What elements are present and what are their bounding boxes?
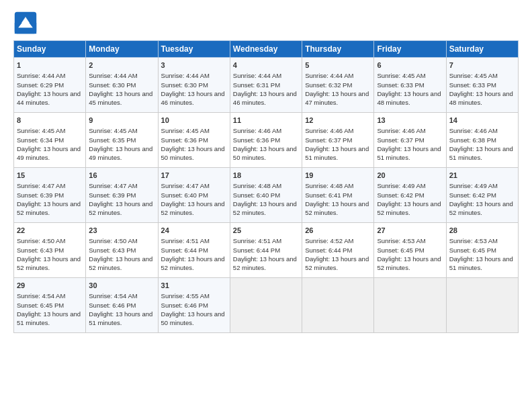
col-header-saturday: Saturday (446, 41, 518, 58)
day-number: 7 (449, 60, 515, 71)
calendar-cell: 8Sunrise: 4:45 AMSunset: 6:34 PMDaylight… (14, 113, 86, 168)
daylight: Daylight: 13 hours and 50 minutes. (233, 145, 297, 161)
daylight: Daylight: 13 hours and 51 minutes. (449, 255, 513, 271)
sunset: Sunset: 6:37 PM (305, 136, 352, 144)
daylight: Daylight: 13 hours and 52 minutes. (377, 255, 441, 271)
calendar-cell: 6Sunrise: 4:45 AMSunset: 6:33 PMDaylight… (374, 58, 446, 113)
day-number: 17 (161, 171, 227, 181)
week-row-1: 1Sunrise: 4:44 AMSunset: 6:29 PMDaylight… (14, 58, 519, 113)
calendar-cell: 29Sunrise: 4:54 AMSunset: 6:45 PMDayligh… (14, 278, 86, 333)
sunrise: Sunrise: 4:46 AM (449, 127, 498, 134)
calendar-cell: 5Sunrise: 4:44 AMSunset: 6:32 PMDaylight… (302, 58, 374, 113)
daylight: Daylight: 13 hours and 51 minutes. (377, 145, 441, 161)
sunrise: Sunrise: 4:47 AM (89, 182, 137, 189)
sunrise: Sunrise: 4:44 AM (17, 72, 65, 79)
sunset: Sunset: 6:39 PM (17, 191, 64, 199)
sunset: Sunset: 6:46 PM (161, 302, 208, 309)
sunset: Sunset: 6:29 PM (17, 81, 64, 89)
sunset: Sunset: 6:30 PM (89, 81, 136, 89)
calendar-cell (446, 278, 518, 333)
daylight: Daylight: 13 hours and 45 minutes. (89, 90, 152, 106)
calendar-cell: 25Sunrise: 4:51 AMSunset: 6:44 PMDayligh… (230, 223, 302, 278)
sunset: Sunset: 6:43 PM (89, 246, 136, 254)
day-number: 26 (305, 226, 371, 236)
sunset: Sunset: 6:37 PM (377, 136, 424, 144)
sunrise: Sunrise: 4:53 AM (449, 237, 498, 244)
calendar-cell: 13Sunrise: 4:46 AMSunset: 6:37 PMDayligh… (374, 113, 446, 168)
sunset: Sunset: 6:33 PM (449, 81, 496, 89)
sunset: Sunset: 6:46 PM (89, 302, 136, 309)
day-number: 21 (449, 171, 515, 181)
calendar-cell: 16Sunrise: 4:47 AMSunset: 6:39 PMDayligh… (86, 168, 158, 223)
day-number: 31 (161, 281, 227, 291)
calendar-cell: 21Sunrise: 4:49 AMSunset: 6:42 PMDayligh… (446, 168, 518, 223)
day-number: 23 (89, 226, 154, 236)
sunset: Sunset: 6:38 PM (449, 136, 496, 144)
sunset: Sunset: 6:42 PM (377, 191, 424, 199)
sunset: Sunset: 6:30 PM (161, 81, 208, 89)
sunrise: Sunrise: 4:51 AM (161, 237, 210, 244)
daylight: Daylight: 13 hours and 52 minutes. (377, 200, 441, 216)
day-number: 6 (377, 60, 443, 71)
sunset: Sunset: 6:44 PM (305, 246, 352, 254)
sunset: Sunset: 6:39 PM (89, 191, 136, 199)
sunrise: Sunrise: 4:50 AM (17, 237, 65, 244)
day-number: 19 (305, 171, 371, 181)
daylight: Daylight: 13 hours and 52 minutes. (233, 255, 297, 271)
sunrise: Sunrise: 4:45 AM (449, 72, 498, 79)
daylight: Daylight: 13 hours and 52 minutes. (233, 200, 297, 216)
sunset: Sunset: 6:43 PM (17, 246, 64, 254)
calendar-cell: 26Sunrise: 4:52 AMSunset: 6:44 PMDayligh… (302, 223, 374, 278)
day-number: 13 (377, 116, 443, 126)
daylight: Daylight: 13 hours and 49 minutes. (89, 145, 152, 161)
sunrise: Sunrise: 4:53 AM (377, 237, 425, 244)
week-row-3: 15Sunrise: 4:47 AMSunset: 6:39 PMDayligh… (14, 168, 519, 223)
sunset: Sunset: 6:35 PM (89, 136, 136, 144)
day-number: 3 (161, 60, 227, 71)
sunrise: Sunrise: 4:44 AM (305, 72, 353, 79)
daylight: Daylight: 13 hours and 52 minutes. (449, 200, 513, 216)
daylight: Daylight: 13 hours and 51 minutes. (17, 310, 81, 326)
week-row-5: 29Sunrise: 4:54 AMSunset: 6:45 PMDayligh… (14, 278, 519, 333)
sunrise: Sunrise: 4:47 AM (161, 182, 210, 189)
sunrise: Sunrise: 4:50 AM (89, 237, 137, 244)
day-number: 14 (449, 116, 515, 126)
sunrise: Sunrise: 4:46 AM (233, 127, 281, 134)
calendar-cell: 12Sunrise: 4:46 AMSunset: 6:37 PMDayligh… (302, 113, 374, 168)
calendar-cell: 1Sunrise: 4:44 AMSunset: 6:29 PMDaylight… (14, 58, 86, 113)
page: SundayMondayTuesdayWednesdayThursdayFrid… (0, 0, 532, 340)
daylight: Daylight: 13 hours and 52 minutes. (89, 255, 152, 271)
sunrise: Sunrise: 4:54 AM (17, 292, 65, 300)
daylight: Daylight: 13 hours and 50 minutes. (161, 145, 225, 161)
day-number: 24 (161, 226, 227, 236)
header-row: SundayMondayTuesdayWednesdayThursdayFrid… (14, 41, 519, 58)
sunrise: Sunrise: 4:48 AM (305, 182, 353, 189)
daylight: Daylight: 13 hours and 46 minutes. (161, 90, 225, 106)
col-header-friday: Friday (374, 41, 446, 58)
sunset: Sunset: 6:36 PM (161, 136, 208, 144)
calendar-cell: 9Sunrise: 4:45 AMSunset: 6:35 PMDaylight… (86, 113, 158, 168)
day-number: 4 (233, 60, 299, 71)
calendar-cell: 31Sunrise: 4:55 AMSunset: 6:46 PMDayligh… (158, 278, 230, 333)
calendar-cell: 18Sunrise: 4:48 AMSunset: 6:40 PMDayligh… (230, 168, 302, 223)
calendar-table: SundayMondayTuesdayWednesdayThursdayFrid… (13, 40, 519, 333)
daylight: Daylight: 13 hours and 52 minutes. (17, 255, 81, 271)
day-number: 10 (161, 116, 227, 126)
col-header-sunday: Sunday (14, 41, 86, 58)
sunset: Sunset: 6:44 PM (161, 246, 208, 254)
sunset: Sunset: 6:31 PM (233, 81, 280, 89)
sunrise: Sunrise: 4:49 AM (377, 182, 425, 189)
day-number: 2 (89, 60, 154, 71)
sunrise: Sunrise: 4:45 AM (161, 127, 210, 134)
day-number: 20 (377, 171, 443, 181)
day-number: 29 (17, 281, 83, 291)
daylight: Daylight: 13 hours and 52 minutes. (89, 200, 152, 216)
sunrise: Sunrise: 4:44 AM (89, 72, 137, 79)
calendar-cell: 20Sunrise: 4:49 AMSunset: 6:42 PMDayligh… (374, 168, 446, 223)
daylight: Daylight: 13 hours and 50 minutes. (161, 310, 225, 326)
calendar-cell: 28Sunrise: 4:53 AMSunset: 6:45 PMDayligh… (446, 223, 518, 278)
sunrise: Sunrise: 4:51 AM (233, 237, 281, 244)
day-number: 22 (17, 226, 83, 236)
sunrise: Sunrise: 4:46 AM (377, 127, 425, 134)
daylight: Daylight: 13 hours and 49 minutes. (17, 145, 81, 161)
